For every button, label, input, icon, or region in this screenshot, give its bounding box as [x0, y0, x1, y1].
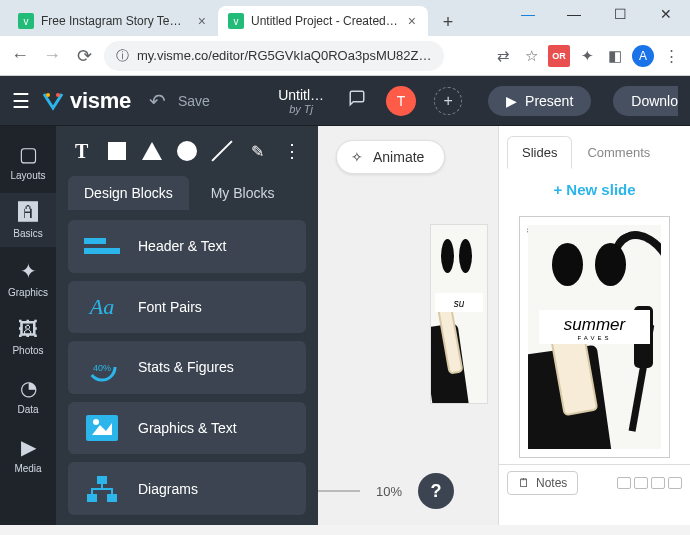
slides-panel: Slides Comments + New slide ⚙ summer FAV… — [498, 126, 690, 525]
svg-point-1 — [56, 93, 60, 97]
svg-point-0 — [46, 93, 50, 97]
line-tool[interactable] — [211, 139, 234, 163]
close-window-button[interactable]: ✕ — [652, 6, 680, 22]
pen-tool[interactable]: ✎ — [246, 139, 269, 163]
svg-text:40%: 40% — [93, 363, 111, 373]
side-panel-icon[interactable]: ◧ — [604, 45, 626, 67]
logo[interactable]: visme — [42, 88, 131, 114]
panel-tabs: Design Blocks My Blocks — [56, 176, 318, 210]
basics-icon: 🅰︎ — [18, 201, 38, 224]
slides-footer: 🗒 Notes — [499, 464, 690, 501]
bookmark-icon[interactable]: ☆ — [520, 45, 542, 67]
header-text-icon — [82, 228, 122, 264]
close-icon[interactable]: × — [196, 13, 208, 29]
zoom-percent: 10% — [376, 484, 402, 499]
rail-layouts[interactable]: ▢Layouts — [0, 134, 56, 189]
rail-photos[interactable]: 🖼Photos — [0, 310, 56, 364]
app-root: ☰ visme ↶ Save Untitl… by Tj T + ▶ Prese… — [0, 76, 690, 525]
reload-button[interactable]: ⟳ — [72, 45, 96, 67]
present-button[interactable]: ▶ Present — [488, 86, 591, 116]
logo-icon — [42, 90, 64, 112]
address-bar[interactable]: ⓘ my.visme.co/editor/RG5GVkIaQ0ROa3psMU8… — [104, 41, 444, 71]
back-button[interactable]: ← — [8, 45, 32, 66]
block-font-pairs[interactable]: Aa Font Pairs — [68, 281, 306, 334]
forward-button[interactable]: → — [40, 45, 64, 66]
comments-icon[interactable] — [348, 89, 366, 112]
block-graphics-text[interactable]: Graphics & Text — [68, 402, 306, 455]
triangle-tool[interactable] — [140, 139, 163, 163]
blocks-list: Header & Text Aa Font Pairs 40% Stats & … — [56, 210, 318, 525]
user-avatar[interactable]: T — [386, 86, 416, 116]
diagrams-icon — [82, 471, 122, 507]
svg-point-8 — [93, 419, 99, 425]
svg-rect-2 — [84, 238, 106, 244]
svg-rect-9 — [97, 476, 107, 484]
site-info-icon[interactable]: ⓘ — [116, 47, 129, 65]
data-icon: ◔ — [20, 376, 37, 400]
url-text: my.visme.co/editor/RG5GVkIaQ0ROa3psMU82Z… — [137, 48, 432, 63]
hamburger-icon[interactable]: ☰ — [12, 89, 30, 113]
translate-icon[interactable]: ⇄ — [492, 45, 514, 67]
add-collaborator-button[interactable]: + — [434, 87, 462, 115]
canvas-slide[interactable]: su — [430, 224, 488, 404]
minimize-button[interactable]: — — [514, 6, 542, 22]
new-tab-button[interactable]: + — [434, 8, 462, 36]
notes-icon: 🗒 — [518, 476, 530, 490]
square-tool[interactable] — [105, 139, 128, 163]
tab-design-blocks[interactable]: Design Blocks — [68, 176, 189, 210]
notes-label: Notes — [536, 476, 567, 490]
maximize-button[interactable]: ☐ — [606, 6, 634, 22]
extension-badge[interactable]: OR — [548, 45, 570, 67]
rail-basics[interactable]: 🅰︎Basics — [0, 193, 56, 247]
slides-tabs: Slides Comments — [499, 126, 690, 169]
download-button[interactable]: Downlo — [613, 86, 678, 116]
text-tool[interactable]: T — [70, 139, 93, 163]
minimize-button[interactable]: — — [560, 6, 588, 22]
graphics-icon: ✦ — [20, 259, 37, 283]
photos-icon: 🖼 — [18, 318, 38, 341]
svg-rect-3 — [84, 248, 120, 254]
rail-data[interactable]: ◔Data — [0, 368, 56, 423]
tab-comments[interactable]: Comments — [572, 136, 665, 169]
logo-text: visme — [70, 88, 131, 114]
help-button[interactable]: ? — [418, 473, 454, 509]
circle-tool[interactable] — [175, 139, 198, 163]
slide-thumbnail-1[interactable]: ⚙ summer FAVES — [519, 216, 670, 458]
tab-my-blocks[interactable]: My Blocks — [195, 176, 291, 210]
extensions-icon[interactable]: ✦ — [576, 45, 598, 67]
canvas[interactable]: ✧ Animate su 10% ? — [318, 126, 498, 525]
close-icon[interactable]: × — [406, 13, 418, 29]
slide-text-main: summer — [564, 315, 625, 334]
favicon-icon: v — [18, 13, 34, 29]
chrome-menu-icon[interactable]: ⋮ — [660, 45, 682, 67]
animate-button[interactable]: ✧ Animate — [336, 140, 445, 174]
browser-tab-1[interactable]: v Free Instagram Story Templa × — [8, 6, 218, 36]
animate-label: Animate — [373, 149, 424, 165]
list-view-button[interactable] — [651, 477, 665, 489]
save-button[interactable]: Save — [178, 93, 210, 109]
block-diagrams[interactable]: Diagrams — [68, 462, 306, 515]
rail-media[interactable]: ▶Media — [0, 427, 56, 482]
block-stats-figures[interactable]: 40% Stats & Figures — [68, 341, 306, 394]
browser-tab-strip: v Free Instagram Story Templa × v Untitl… — [0, 0, 690, 36]
shape-tools: T ✎ ⋮ — [56, 126, 318, 176]
notes-button[interactable]: 🗒 Notes — [507, 471, 578, 495]
zoom-slider[interactable] — [318, 490, 360, 492]
browser-tab-2[interactable]: v Untitled Project - Created wi × — [218, 6, 428, 36]
left-rail: ▢Layouts 🅰︎Basics ✦Graphics 🖼Photos ◔Dat… — [0, 126, 56, 525]
project-title-block[interactable]: Untitl… by Tj — [278, 87, 324, 115]
more-tools-button[interactable]: ⋮ — [281, 139, 304, 163]
block-header-text[interactable]: Header & Text — [68, 220, 306, 273]
grid-view-button[interactable] — [617, 477, 631, 489]
tab-label: Untitled Project - Created wi — [251, 14, 399, 28]
tab-slides[interactable]: Slides — [507, 136, 572, 169]
zoom-controls: 10% ? — [318, 473, 454, 509]
svg-rect-11 — [107, 494, 117, 502]
grid-view-button[interactable] — [634, 477, 648, 489]
list-view-button[interactable] — [668, 477, 682, 489]
sparkle-icon: ✧ — [351, 149, 363, 165]
new-slide-button[interactable]: + New slide — [499, 169, 690, 210]
undo-button[interactable]: ↶ — [149, 89, 166, 113]
rail-graphics[interactable]: ✦Graphics — [0, 251, 56, 306]
profile-avatar[interactable]: A — [632, 45, 654, 67]
